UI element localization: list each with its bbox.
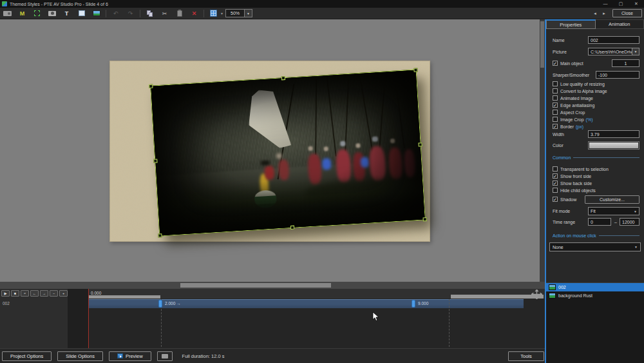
border-checkbox[interactable]: [553, 124, 558, 129]
shadow-row: Shadow Customize...: [553, 195, 639, 204]
ruler-segment-end: [451, 295, 544, 299]
low-quality-checkbox[interactable]: [553, 81, 558, 86]
close-window-icon[interactable]: ✕: [629, 0, 644, 8]
animated-image-checkbox[interactable]: [553, 95, 558, 101]
zoom-value-input[interactable]: 50%: [225, 9, 245, 17]
masks-icon[interactable]: M: [15, 9, 30, 18]
transparent-selection-checkbox[interactable]: [553, 166, 558, 172]
delete-icon[interactable]: ✕: [187, 9, 202, 18]
toolbar-separator: [140, 10, 140, 17]
projector-icon[interactable]: [0, 9, 15, 18]
preview-button[interactable]: Preview: [109, 351, 151, 361]
main-object-index-input[interactable]: 1: [612, 59, 639, 67]
prev-keyframe-button[interactable]: ←: [30, 290, 39, 297]
slide-canvas[interactable]: [0, 19, 540, 282]
canvas-horizontal-scrollbar[interactable]: [0, 282, 545, 289]
canvas-vertical-scrollbar[interactable]: [540, 19, 545, 282]
convert-alpha-checkbox[interactable]: [553, 88, 558, 93]
shadow-checkbox[interactable]: [553, 197, 558, 202]
mouse-click-action-select[interactable]: None ▼: [549, 242, 641, 251]
timeline-gutter: [68, 289, 89, 348]
resize-handle-top-right[interactable]: [413, 68, 417, 72]
selected-picture-object-002[interactable]: [150, 70, 426, 237]
slide-options-button[interactable]: Slide Options: [57, 351, 103, 361]
sharper-smoother-input[interactable]: -100: [596, 71, 639, 79]
next-keyframe-button[interactable]: →: [40, 290, 48, 297]
time-range-start-input[interactable]: 0: [588, 218, 611, 226]
photo-vignette: [151, 70, 424, 236]
add-image-icon[interactable]: [89, 9, 104, 18]
picture-path-input[interactable]: C:\Users\hh\OneDrive\F ▼: [588, 48, 639, 55]
resize-handle-bottom-middle[interactable]: [290, 226, 294, 230]
redo-icon[interactable]: ↷: [123, 9, 138, 18]
horizontal-scrollbar-thumb[interactable]: [180, 283, 331, 288]
hide-child-checkbox[interactable]: [553, 188, 558, 193]
stop-button[interactable]: ■: [11, 290, 19, 297]
selection-rectangle-icon[interactable]: [30, 9, 44, 18]
width-row: Width 3.79: [553, 130, 639, 138]
tab-properties[interactable]: Properties: [546, 19, 596, 29]
undo-icon[interactable]: ↶: [108, 9, 123, 18]
resize-handle-top-middle[interactable]: [281, 76, 285, 80]
ruler-segment-start: [89, 295, 160, 299]
minimize-icon[interactable]: —: [598, 0, 613, 8]
add-text-icon[interactable]: T: [59, 9, 74, 18]
move-pan-icon[interactable]: [531, 289, 542, 302]
cut-icon[interactable]: ✂: [157, 9, 172, 18]
mini-player-button[interactable]: [157, 351, 173, 361]
time-range-dash: –: [614, 220, 617, 224]
add-rectangle-icon[interactable]: [74, 9, 89, 18]
toolbar-separator: [106, 10, 106, 17]
border-width-input[interactable]: 3.79: [588, 130, 639, 138]
keyframe-handle-9s[interactable]: [412, 300, 415, 308]
slide-background-rust[interactable]: [109, 61, 430, 242]
shadow-customize-button[interactable]: Customize...: [585, 195, 639, 204]
next-slide-icon[interactable]: ►: [600, 12, 609, 15]
grid-icon[interactable]: [206, 9, 221, 18]
sharper-row: Sharper/Smoother -100: [553, 71, 639, 79]
fit-mode-row: Fit mode Fit ▼: [553, 207, 639, 215]
zoom-dropdown-button[interactable]: ▼: [245, 9, 252, 17]
image-crop-checkbox[interactable]: [553, 117, 558, 122]
prev-slide-icon[interactable]: ◄: [591, 12, 600, 15]
frame-icon[interactable]: [44, 9, 59, 18]
status-bar: Project Options Slide Options Preview Fu…: [0, 348, 545, 363]
playhead[interactable]: [88, 289, 89, 348]
time-range-end-input[interactable]: 12000: [620, 218, 639, 226]
list-item-background-rust[interactable]: background Rust: [546, 291, 644, 300]
name-input[interactable]: 002: [588, 36, 639, 44]
resize-handle-bottom-left[interactable]: [158, 233, 162, 237]
show-back-checkbox[interactable]: [553, 181, 558, 186]
edge-antialiasing-checkbox[interactable]: [553, 103, 558, 108]
mini-player-icon: [162, 354, 168, 358]
tab-animation[interactable]: Animation: [596, 19, 644, 29]
grid-dropdown-caret[interactable]: ▾: [221, 11, 223, 15]
fit-mode-select[interactable]: Fit ▼: [588, 207, 639, 215]
maximize-icon[interactable]: ▢: [613, 0, 629, 8]
copy-icon[interactable]: [142, 9, 157, 18]
resize-handle-middle-left[interactable]: [153, 159, 157, 162]
project-options-button[interactable]: Project Options: [2, 351, 52, 361]
zoom-out-timeline-button[interactable]: −: [50, 290, 58, 297]
picture-dropdown-button[interactable]: ▼: [632, 48, 639, 55]
keyframe-handle-2s[interactable]: [158, 300, 162, 308]
show-front-checkbox[interactable]: [553, 173, 558, 179]
track-bar-002[interactable]: [89, 299, 524, 308]
resize-handle-top-left[interactable]: [149, 84, 153, 88]
zoom-in-timeline-button[interactable]: +: [59, 290, 68, 297]
list-item-002[interactable]: 002: [546, 283, 644, 291]
waveform-toggle-button[interactable]: ≈: [21, 290, 29, 297]
border-color-swatch[interactable]: [588, 141, 639, 150]
resize-handle-middle-right[interactable]: [418, 142, 422, 146]
main-object-checkbox[interactable]: [553, 61, 558, 66]
paste-icon[interactable]: [172, 9, 187, 18]
vertical-scrollbar-thumb[interactable]: [540, 21, 544, 68]
play-button[interactable]: ▶: [1, 290, 10, 297]
tools-button[interactable]: Tools: [508, 351, 544, 361]
action-row: None ▼: [546, 242, 644, 251]
close-editor-button[interactable]: Close: [612, 9, 642, 17]
aspect-crop-checkbox[interactable]: [553, 110, 558, 115]
image-thumbnail-icon: [549, 284, 556, 290]
resize-handle-bottom-right[interactable]: [423, 217, 427, 221]
panel-tabs: Properties Animation: [546, 19, 644, 29]
